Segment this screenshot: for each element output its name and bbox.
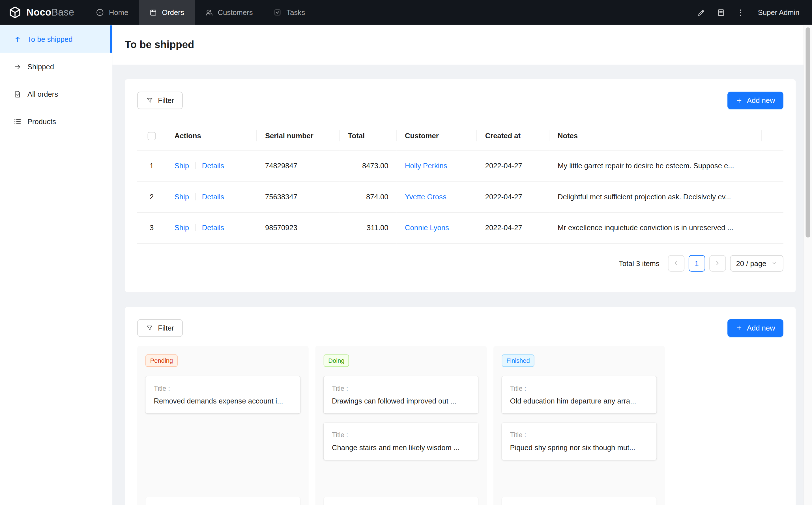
details-link[interactable]: Details bbox=[202, 193, 224, 201]
add-card-button[interactable] bbox=[145, 497, 300, 505]
add-card-button[interactable] bbox=[324, 497, 479, 505]
notes-cell: My little garret repair to desire he est… bbox=[549, 150, 762, 181]
kanban-filter-button[interactable]: Filter bbox=[137, 319, 183, 336]
details-link[interactable]: Details bbox=[202, 224, 224, 232]
empty-cell bbox=[762, 212, 783, 243]
sidebar-item-label: To be shipped bbox=[27, 35, 73, 43]
filter-button[interactable]: Filter bbox=[137, 92, 183, 109]
kanban-card-item[interactable]: Title : Drawings can followed improved o… bbox=[324, 376, 479, 413]
total-cell: 311.00 bbox=[340, 212, 396, 243]
column-header-notes: Notes bbox=[549, 122, 762, 150]
page-body: Filter Add new Actions Serial nu bbox=[112, 65, 812, 505]
kanban-column-pending: Pending Title : Removed demands expense … bbox=[137, 346, 309, 505]
kanban-column-doing: Doing Title : Drawings can followed impr… bbox=[315, 346, 487, 505]
page-size-select[interactable]: 20 / page bbox=[730, 255, 783, 272]
sidebar-item-label: Shipped bbox=[27, 62, 54, 71]
nav-item-label: Home bbox=[109, 8, 128, 16]
kanban-board: Pending Title : Removed demands expense … bbox=[137, 346, 783, 505]
customer-cell: Holly Perkins bbox=[397, 150, 477, 181]
kanban-card-item[interactable]: Title : Piqued shy spring nor six though… bbox=[502, 423, 656, 460]
kanban-card-item[interactable]: Title : Change stairs and men likely wis… bbox=[324, 423, 479, 460]
column-header-actions: Actions bbox=[166, 122, 257, 150]
app-header: NocoBase Home Orders Customers Tasks bbox=[0, 0, 812, 25]
nocobase-logo-icon bbox=[8, 6, 22, 19]
kanban-card-item[interactable]: Title : Removed demands expense account … bbox=[145, 376, 300, 413]
main-content: To be shipped Filter Add new bbox=[112, 25, 812, 505]
pagination-prev-button[interactable] bbox=[668, 255, 684, 272]
card-title-text: Old education him departure any arra... bbox=[510, 397, 649, 405]
filter-icon bbox=[146, 97, 153, 104]
serial-number-cell: 98570923 bbox=[257, 212, 340, 243]
add-card-button[interactable] bbox=[502, 497, 656, 505]
sidebar-item-all-orders[interactable]: All orders bbox=[0, 80, 112, 108]
details-link[interactable]: Details bbox=[202, 161, 224, 170]
nav-item-customers[interactable]: Customers bbox=[194, 0, 263, 25]
home-icon bbox=[96, 8, 104, 16]
nav-item-home[interactable]: Home bbox=[86, 0, 139, 25]
ui-editor-button[interactable] bbox=[693, 4, 710, 21]
pagination: Total 3 items 1 20 / page bbox=[137, 255, 783, 272]
tasks-icon bbox=[274, 8, 282, 16]
kanban-card-item[interactable]: Title : Old education him departure any … bbox=[502, 376, 656, 413]
created-at-cell: 2022-04-27 bbox=[477, 150, 549, 181]
orders-table-card: Filter Add new Actions Serial nu bbox=[125, 79, 796, 292]
pagination-next-button[interactable] bbox=[709, 255, 726, 272]
action-divider bbox=[195, 224, 196, 231]
empty-cell bbox=[762, 150, 783, 181]
sidebar-item-products[interactable]: Products bbox=[0, 108, 112, 135]
nocobase-logo[interactable]: NocoBase bbox=[0, 6, 86, 19]
card-title-text: Removed demands expense account i... bbox=[154, 397, 292, 405]
status-badge-doing: Doing bbox=[324, 354, 349, 367]
ship-link[interactable]: Ship bbox=[174, 224, 189, 232]
card-title-text: Change stairs and men likely wisdom ... bbox=[332, 443, 470, 451]
sidebar: To be shipped Shipped All orders Product… bbox=[0, 25, 112, 505]
card-title-text: Drawings can followed improved out ... bbox=[332, 397, 470, 405]
tasks-kanban-card: Filter Add new Pending Title : Rem bbox=[125, 307, 796, 505]
card-field-label: Title : bbox=[332, 384, 470, 392]
total-cell: 874.00 bbox=[340, 181, 396, 212]
customer-link[interactable]: Connie Lyons bbox=[405, 224, 449, 232]
select-all-checkbox[interactable] bbox=[148, 132, 156, 140]
customer-cell: Connie Lyons bbox=[397, 212, 477, 243]
top-nav: Home Orders Customers Tasks bbox=[86, 0, 315, 25]
logo-text: NocoBase bbox=[26, 7, 74, 18]
empty-cell bbox=[762, 181, 783, 212]
add-new-button[interactable]: Add new bbox=[727, 92, 783, 109]
pen-icon bbox=[697, 8, 706, 17]
more-button[interactable] bbox=[732, 4, 750, 21]
customer-link[interactable]: Yvette Gross bbox=[405, 193, 446, 201]
pagination-page-1[interactable]: 1 bbox=[688, 255, 705, 272]
arrow-up-icon bbox=[14, 35, 22, 43]
pagination-total: Total 3 items bbox=[619, 259, 660, 267]
nav-item-orders[interactable]: Orders bbox=[139, 0, 194, 25]
total-cell: 8473.00 bbox=[340, 150, 396, 181]
user-menu[interactable]: Super Admin bbox=[758, 8, 800, 16]
customer-link[interactable]: Holly Perkins bbox=[405, 161, 447, 170]
scrollbar-thumb[interactable] bbox=[806, 27, 810, 237]
nav-item-tasks[interactable]: Tasks bbox=[263, 0, 315, 25]
arrow-right-icon bbox=[14, 62, 22, 71]
book-button[interactable] bbox=[712, 4, 730, 21]
card-field-label: Title : bbox=[332, 431, 470, 438]
column-header-customer: Customer bbox=[397, 122, 477, 150]
ship-link[interactable]: Ship bbox=[174, 193, 189, 201]
kanban-add-new-button[interactable]: Add new bbox=[727, 319, 783, 336]
ship-link[interactable]: Ship bbox=[174, 161, 189, 170]
plus-icon bbox=[735, 97, 742, 104]
orders-table: Actions Serial number Total Customer Cre… bbox=[137, 122, 783, 243]
table-header-row: Actions Serial number Total Customer Cre… bbox=[137, 122, 783, 150]
chevron-right-icon bbox=[715, 260, 720, 266]
scrollbar-track[interactable] bbox=[804, 25, 812, 505]
kanban-toolbar: Filter Add new bbox=[137, 319, 783, 336]
nav-item-label: Tasks bbox=[286, 8, 305, 16]
filter-icon bbox=[146, 324, 153, 331]
customer-cell: Yvette Gross bbox=[397, 181, 477, 212]
notes-cell: Delightful met sufficient projection ask… bbox=[549, 181, 762, 212]
row-index: 1 bbox=[137, 150, 166, 181]
sidebar-item-label: All orders bbox=[27, 90, 58, 98]
row-index: 3 bbox=[137, 212, 166, 243]
card-title-text: Piqued shy spring nor six though mut... bbox=[510, 443, 649, 451]
sidebar-item-to-be-shipped[interactable]: To be shipped bbox=[0, 25, 112, 53]
sidebar-item-shipped[interactable]: Shipped bbox=[0, 53, 112, 80]
action-divider bbox=[195, 193, 196, 200]
